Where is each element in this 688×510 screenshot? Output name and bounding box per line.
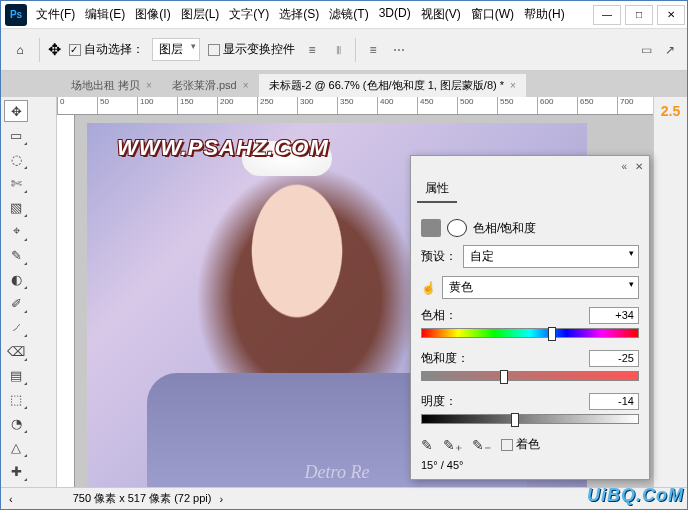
more-icon[interactable]: ⋯	[390, 41, 408, 59]
menu-select[interactable]: 选择(S)	[274, 2, 324, 27]
quick-select-tool[interactable]: ✄	[4, 172, 28, 194]
auto-select-target-dropdown[interactable]: 图层	[152, 38, 200, 61]
shirt-graphic-text: Detro Re	[305, 462, 370, 483]
minimize-button[interactable]: —	[593, 5, 621, 25]
saturation-value-input[interactable]: -25	[589, 350, 639, 367]
eyedropper-tool[interactable]: ✎	[4, 244, 28, 266]
right-dock: 2.5	[653, 97, 687, 487]
footer-brand: UiBQ.CoM	[587, 485, 684, 506]
lightness-value-input[interactable]: -14	[589, 393, 639, 410]
finger-scrub-icon[interactable]: ☝	[421, 281, 436, 295]
preset-dropdown[interactable]: 自定	[463, 245, 639, 268]
brush-tool[interactable]: ✐	[4, 292, 28, 314]
menu-bar: 文件(F) 编辑(E) 图像(I) 图层(L) 文字(Y) 选择(S) 滤镜(T…	[31, 2, 570, 27]
frame-icon[interactable]: ▭	[637, 41, 655, 59]
menu-edit[interactable]: 编辑(E)	[80, 2, 130, 27]
close-icon[interactable]: ×	[243, 80, 249, 91]
preset-label: 预设：	[421, 248, 457, 265]
menu-image[interactable]: 图像(I)	[130, 2, 175, 27]
close-icon[interactable]: ×	[510, 80, 516, 91]
color-range-dropdown[interactable]: 黄色	[442, 276, 639, 299]
adjustment-icon	[421, 219, 441, 237]
toolbox: ✥ ▭ ◌ ✄ ▧ ⌖ ✎ ◐ ✐ ⟋ ⌫ ▤ ⬚ ◔ △ ✚ ⌒ ⤧ T ▭ …	[1, 97, 57, 487]
frame-tool[interactable]: ⌖	[4, 220, 28, 242]
share-icon[interactable]: ↗	[661, 41, 679, 59]
window-controls: — □ ✕	[591, 5, 687, 25]
saturation-slider[interactable]	[421, 371, 639, 381]
menu-filter[interactable]: 滤镜(T)	[324, 2, 373, 27]
status-arrow-left[interactable]: ‹	[9, 493, 13, 505]
tab-doc-1[interactable]: 场地出租 拷贝×	[61, 74, 162, 97]
lightness-label: 明度：	[421, 393, 457, 410]
lasso-tool[interactable]: ◌	[4, 148, 28, 170]
saturation-label: 饱和度：	[421, 350, 469, 367]
type-tool[interactable]: ⌒	[4, 484, 28, 487]
status-bar: ‹ 750 像素 x 517 像素 (72 ppi) ›	[1, 487, 687, 509]
auto-select-checkbox[interactable]	[69, 44, 81, 56]
eraser-tool[interactable]: ▤	[4, 364, 28, 386]
dodge-tool[interactable]: △	[4, 436, 28, 458]
range-angles: 15° / 45°	[421, 459, 639, 471]
maximize-button[interactable]: □	[625, 5, 653, 25]
hue-label: 色相：	[421, 307, 457, 324]
menu-type[interactable]: 文字(Y)	[224, 2, 274, 27]
title-bar: Ps 文件(F) 编辑(E) 图像(I) 图层(L) 文字(Y) 选择(S) 滤…	[1, 1, 687, 29]
ruler-vertical	[57, 115, 75, 487]
menu-view[interactable]: 视图(V)	[416, 2, 466, 27]
show-transform-label: 显示变换控件	[223, 42, 295, 56]
pen-tool[interactable]: ✚	[4, 460, 28, 482]
blur-tool[interactable]: ◔	[4, 412, 28, 434]
colorize-label: 着色	[516, 437, 540, 451]
panel-close-icon[interactable]: ✕	[635, 161, 643, 172]
history-brush-tool[interactable]: ⌫	[4, 340, 28, 362]
colorize-checkbox[interactable]	[501, 439, 513, 451]
tab-doc-2[interactable]: 老张莱滑.psd×	[162, 74, 259, 97]
tab-doc-3[interactable]: 未标题-2 @ 66.7% (色相/饱和度 1, 图层蒙版/8) *×	[259, 74, 526, 97]
gradient-tool[interactable]: ⬚	[4, 388, 28, 410]
eyedropper-icon[interactable]: ✎	[421, 437, 433, 453]
menu-window[interactable]: 窗口(W)	[466, 2, 519, 27]
show-transform-checkbox[interactable]	[208, 44, 220, 56]
hue-value-input[interactable]: +34	[589, 307, 639, 324]
document-info: 750 像素 x 517 像素 (72 ppi)	[73, 491, 212, 506]
options-bar: ⌂ ✥ 自动选择： 图层 显示变换控件 ≡ ⫴ ≡ ⋯ ▭ ↗	[1, 29, 687, 71]
home-icon[interactable]: ⌂	[9, 39, 31, 61]
watermark-text: WWW.PSAHZ.COM	[117, 135, 329, 161]
crop-tool[interactable]: ▧	[4, 196, 28, 218]
eyedropper-add-icon[interactable]: ✎₊	[443, 437, 462, 453]
close-icon[interactable]: ×	[146, 80, 152, 91]
align-v-icon[interactable]: ⫴	[329, 41, 347, 59]
menu-help[interactable]: 帮助(H)	[519, 2, 570, 27]
ruler-horizontal: 0501001502002503003504004505005506006507…	[57, 97, 653, 115]
auto-select-label: 自动选择：	[84, 42, 144, 56]
status-caret[interactable]: ›	[219, 493, 223, 505]
properties-panel: « ✕ 属性 色相/饱和度 预设： 自定 ☝ 黄色 色相：+34 饱和度：-25…	[410, 155, 650, 480]
distribute-icon[interactable]: ≡	[364, 41, 382, 59]
marquee-tool[interactable]: ▭	[4, 124, 28, 146]
menu-file[interactable]: 文件(F)	[31, 2, 80, 27]
align-h-icon[interactable]: ≡	[303, 41, 321, 59]
app-logo: Ps	[5, 4, 27, 26]
menu-3d[interactable]: 3D(D)	[374, 2, 416, 27]
move-tool[interactable]: ✥	[4, 100, 28, 122]
close-button[interactable]: ✕	[657, 5, 685, 25]
dock-value: 2.5	[654, 103, 687, 119]
move-tool-icon: ✥	[48, 40, 61, 59]
eyedropper-subtract-icon[interactable]: ✎₋	[472, 437, 491, 453]
clone-tool[interactable]: ⟋	[4, 316, 28, 338]
lightness-slider[interactable]	[421, 414, 639, 424]
mask-icon[interactable]	[447, 219, 467, 237]
menu-layer[interactable]: 图层(L)	[176, 2, 225, 27]
panel-menu-icon[interactable]: «	[621, 161, 627, 172]
hue-slider[interactable]	[421, 328, 639, 338]
healing-tool[interactable]: ◐	[4, 268, 28, 290]
document-tabs: 场地出租 拷贝× 老张莱滑.psd× 未标题-2 @ 66.7% (色相/饱和度…	[1, 71, 687, 97]
adjustment-name: 色相/饱和度	[473, 220, 536, 237]
panel-tab-properties[interactable]: 属性	[417, 176, 457, 203]
